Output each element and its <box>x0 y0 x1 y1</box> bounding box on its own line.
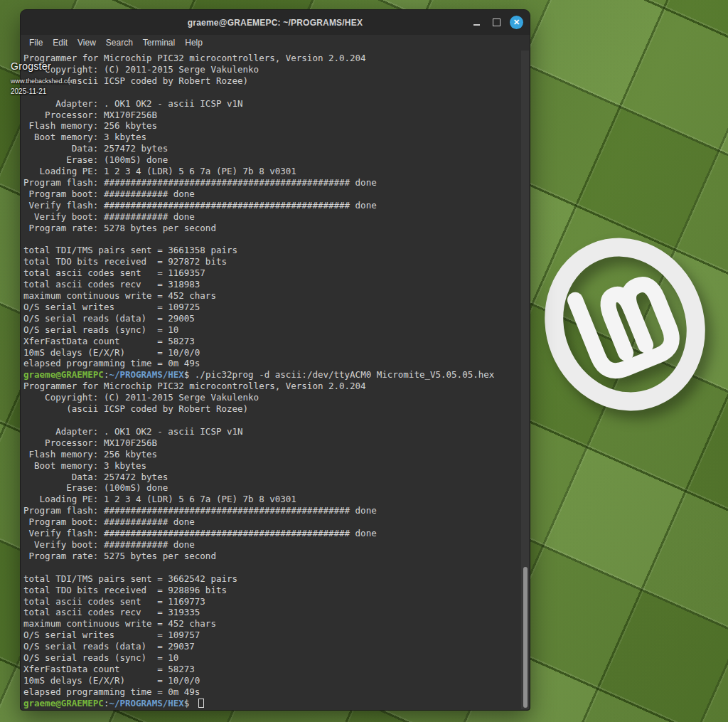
watermark: Grogster www.thebackshed.com 2025-11-21 <box>11 60 76 95</box>
output-line: O/S serial reads (data) = 29037 <box>23 641 519 652</box>
output-line: Verify boot: ############ done <box>23 211 519 223</box>
output-line: (ascii ICSP coded by Robert Rozee) <box>23 403 519 415</box>
output-line: Program boot: ############ done <box>23 516 519 528</box>
output-line: 10mS delays (E/X/R) = 10/0/0 <box>23 347 519 359</box>
output-line: maximum continuous write = 452 chars <box>23 618 519 630</box>
maximize-button[interactable] <box>490 16 503 29</box>
output-line: XferFastData count = 58273 <box>23 336 519 347</box>
output-line: O/S serial reads (sync) = 10 <box>23 652 519 664</box>
output-line: Copyright: (C) 2011-2015 Serge Vakulenko <box>23 64 519 75</box>
output-line: Loading PE: 1 2 3 4 (LDR) 5 6 7a (PE) 7b… <box>23 166 519 177</box>
menubar: FileEditViewSearchTerminalHelp <box>21 35 530 51</box>
output-line: Program flash: #########################… <box>23 505 519 516</box>
prompt-user: graeme@GRAEMEPC <box>23 369 104 380</box>
output-line <box>23 562 519 573</box>
output-line: Erase: (100mS) done <box>23 482 519 494</box>
output-line: Data: 257472 bytes <box>23 472 519 483</box>
output-line <box>23 87 519 98</box>
terminal-cursor <box>198 699 204 708</box>
output-line: total TDI/TMS pairs sent = 3661358 pairs <box>23 245 519 256</box>
output-line: Programmer for Microchip PIC32 microcont… <box>23 381 519 392</box>
window-title: graeme@GRAEMEPC: ~/PROGRAMS/HEX <box>188 18 363 28</box>
output-line: total TDI/TMS pairs sent = 3662542 pairs <box>23 573 519 585</box>
output-line: total ascii codes sent = 1169357 <box>23 267 519 279</box>
output-line: total ascii codes recv = 319335 <box>23 607 519 618</box>
minimize-button[interactable] <box>470 16 483 29</box>
output-line: total ascii codes recv = 318983 <box>23 279 519 290</box>
mint-logo-ring <box>531 225 719 423</box>
output-line: total ascii codes sent = 1169773 <box>23 596 519 607</box>
terminal-screen[interactable]: Programmer for Microchip PIC32 microcont… <box>21 51 529 709</box>
output-line: Program rate: 5278 bytes per second <box>23 223 519 234</box>
prompt-line: graeme@GRAEMEPC:~/PROGRAMS/HEX$ <box>23 698 519 709</box>
close-button[interactable]: ✕ <box>510 16 523 29</box>
output-line <box>23 415 519 426</box>
output-line: elapsed programming time = 0m 49s <box>23 358 519 369</box>
output-line: (ascii ICSP coded by Robert Rozee) <box>23 75 519 87</box>
output-line: Data: 257472 bytes <box>23 143 519 154</box>
prompt-line: graeme@GRAEMEPC:~/PROGRAMS/HEX$ ./pic32p… <box>23 369 519 381</box>
menu-item-search[interactable]: Search <box>101 38 138 48</box>
watermark-date: 2025-11-21 <box>11 87 76 95</box>
output-line: total TDO bits received = 927872 bits <box>23 256 519 267</box>
terminal-window: graeme@GRAEMEPC: ~/PROGRAMS/HEX ✕ FileEd… <box>20 9 530 711</box>
output-line: Verify flash: ##########################… <box>23 528 519 539</box>
output-line: 10mS delays (E/X/R) = 10/0/0 <box>23 675 519 686</box>
menu-item-file[interactable]: File <box>24 38 48 48</box>
output-line: Processor: MX170F256B <box>23 110 519 121</box>
output-line: Programmer for Microchip PIC32 microcont… <box>23 53 519 64</box>
prompt-path: ~/PROGRAMS/HEX <box>109 698 183 708</box>
output-line: Program rate: 5275 bytes per second <box>23 551 519 562</box>
output-line: total TDO bits received = 928896 bits <box>23 585 519 596</box>
output-line <box>23 234 519 245</box>
output-line: O/S serial writes = 109757 <box>23 630 519 641</box>
output-line: Program flash: #########################… <box>23 177 519 189</box>
terminal-output: Programmer for Microchip PIC32 microcont… <box>21 51 529 709</box>
menu-item-view[interactable]: View <box>73 38 101 48</box>
output-line: O/S serial reads (sync) = 10 <box>23 324 519 336</box>
prompt-user: graeme@GRAEMEPC <box>23 698 104 708</box>
watermark-name: Grogster <box>11 60 76 72</box>
output-line: XferFastData count = 58273 <box>23 664 519 675</box>
output-line: Copyright: (C) 2011-2015 Serge Vakulenko <box>23 392 519 403</box>
titlebar[interactable]: graeme@GRAEMEPC: ~/PROGRAMS/HEX ✕ <box>21 10 530 35</box>
prompt-path: ~/PROGRAMS/HEX <box>109 369 183 380</box>
linux-mint-logo <box>525 218 725 431</box>
output-line: maximum continuous write = 452 chars <box>23 290 519 302</box>
output-line: Boot memory: 3 kbytes <box>23 460 519 472</box>
output-line: Verify flash: ##########################… <box>23 200 519 211</box>
output-line: O/S serial reads (data) = 29005 <box>23 313 519 324</box>
output-line: Adapter: . OK1 OK2 - ascii ICSP v1N <box>23 98 519 110</box>
output-line: Boot memory: 3 kbytes <box>23 132 519 143</box>
menu-item-terminal[interactable]: Terminal <box>138 38 180 48</box>
command-text: ./pic32prog -d ascii:/dev/ttyACM0 Microm… <box>195 369 494 380</box>
desktop: graeme@GRAEMEPC: ~/PROGRAMS/HEX ✕ FileEd… <box>0 0 728 722</box>
output-line: Verify boot: ############ done <box>23 539 519 551</box>
output-line: Processor: MX170F256B <box>23 437 519 449</box>
output-line: Flash memory: 256 kbytes <box>23 449 519 460</box>
menu-item-edit[interactable]: Edit <box>48 38 73 48</box>
output-line: Erase: (100mS) done <box>23 154 519 166</box>
scrollbar-track[interactable] <box>521 51 529 709</box>
output-line: O/S serial writes = 109725 <box>23 302 519 313</box>
scrollbar-thumb[interactable] <box>523 567 528 708</box>
menu-item-help[interactable]: Help <box>180 38 208 48</box>
watermark-site: www.thebackshed.com <box>11 78 76 85</box>
output-line: elapsed programming time = 0m 49s <box>23 686 519 698</box>
output-line: Adapter: . OK1 OK2 - ascii ICSP v1N <box>23 426 519 437</box>
output-line: Program boot: ############ done <box>23 189 519 200</box>
output-line: Flash memory: 256 kbytes <box>23 120 519 132</box>
output-line: Loading PE: 1 2 3 4 (LDR) 5 6 7a (PE) 7b… <box>23 494 519 505</box>
window-controls: ✕ <box>470 10 523 35</box>
